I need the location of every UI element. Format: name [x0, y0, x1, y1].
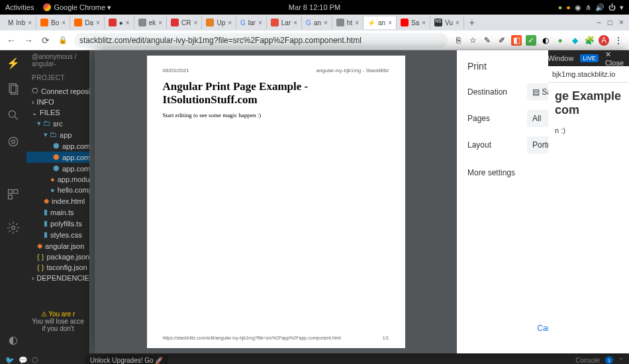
console-toggle[interactable]: Console1⌃: [575, 356, 624, 364]
close-pane[interactable]: ✕ Close: [605, 50, 624, 67]
maximize-icon[interactable]: □: [608, 18, 612, 27]
ext-icon[interactable]: ●: [555, 35, 565, 46]
close-icon[interactable]: ×: [388, 19, 392, 26]
close-icon[interactable]: ×: [456, 19, 460, 26]
file-item[interactable]: { }tsconfig.json: [26, 262, 89, 273]
file-item-selected[interactable]: ⬢app.compo: [26, 152, 89, 163]
theme-icon[interactable]: ◐: [6, 332, 21, 347]
browser-tab[interactable]: ek×: [134, 16, 167, 29]
close-icon[interactable]: ×: [293, 19, 297, 26]
chevron-down-icon[interactable]: ▾: [620, 3, 624, 12]
new-tab-button[interactable]: +: [464, 17, 480, 28]
browser-tab[interactable]: Sa×: [397, 16, 430, 29]
close-icon[interactable]: ×: [228, 19, 232, 26]
live-preview-pane: Window LIVE ✕ Close bjk1mg.stackblitz.io…: [548, 50, 629, 353]
ext-icon[interactable]: ◆: [569, 35, 580, 46]
file-item[interactable]: ●app.modul: [26, 174, 89, 185]
close-icon[interactable]: ×: [194, 19, 198, 26]
close-icon[interactable]: ×: [158, 19, 162, 26]
deps-section[interactable]: ›DEPENDENCIES: [26, 273, 89, 283]
close-icon[interactable]: ×: [28, 19, 32, 26]
browser-tab[interactable]: CR×: [167, 16, 202, 29]
ext-icon[interactable]: ◐: [540, 35, 551, 46]
ext-icon[interactable]: ✎: [482, 35, 493, 46]
info-section[interactable]: ›INFO: [26, 97, 89, 107]
close-icon[interactable]: ×: [619, 18, 624, 27]
close-icon[interactable]: ×: [96, 19, 100, 26]
browser-tab[interactable]: Glar×: [236, 17, 267, 29]
close-icon[interactable]: ×: [324, 19, 328, 26]
connect-repo[interactable]: ⎔Connect reposi: [26, 85, 89, 97]
avatar[interactable]: A: [599, 35, 609, 46]
close-icon[interactable]: ×: [62, 19, 66, 26]
close-icon[interactable]: ×: [422, 19, 426, 26]
lock-icon[interactable]: 🔒: [57, 34, 69, 46]
ports-icon[interactable]: [6, 134, 21, 149]
favicon: [74, 19, 82, 26]
menu-icon[interactable]: ⋮: [613, 35, 624, 46]
browser-tab[interactable]: Bo×: [36, 16, 70, 29]
extensions-icon[interactable]: [6, 187, 21, 202]
tray-icon[interactable]: ◉: [575, 3, 581, 12]
file-item[interactable]: ⬢app.compo: [26, 163, 89, 174]
forward-button[interactable]: →: [23, 34, 34, 46]
preview-body: Start editing to see some magic happen :…: [163, 112, 389, 118]
app-menu[interactable]: Google Chrome ▾: [43, 3, 111, 12]
clock[interactable]: Mar 8 12:10 PM: [289, 3, 340, 11]
file-item[interactable]: { }package.json: [26, 251, 89, 262]
tray-icon[interactable]: ●: [566, 3, 571, 11]
search-icon[interactable]: [6, 108, 21, 122]
file-item[interactable]: ▮styles.css: [26, 229, 89, 240]
svg-line-3: [15, 117, 18, 120]
file-item[interactable]: ▮polyfills.ts: [26, 218, 89, 229]
file-item[interactable]: ●hello.comp: [26, 185, 89, 195]
star-icon[interactable]: ☆: [467, 35, 478, 46]
preview-url-bar[interactable]: bjk1mg.stackblitz.io: [548, 66, 629, 83]
favicon: [336, 19, 344, 26]
folder-app[interactable]: ▾ 🗀app: [26, 129, 89, 140]
favicon: [40, 19, 48, 26]
browser-tab-active[interactable]: ⚡an×: [363, 17, 397, 29]
back-button[interactable]: ←: [5, 34, 17, 46]
unlock-banner[interactable]: Unlock Upgrades! Go 🚀: [85, 355, 168, 365]
settings-icon[interactable]: [6, 220, 21, 235]
reload-button[interactable]: ⟳: [40, 34, 52, 46]
browser-tab[interactable]: MInb×: [4, 17, 36, 29]
install-icon[interactable]: ⎘: [453, 35, 463, 46]
browser-tab[interactable]: NSVu×: [430, 16, 464, 29]
extensions-icon[interactable]: 🧩: [584, 35, 595, 46]
close-icon[interactable]: ×: [126, 19, 130, 26]
browser-tab[interactable]: Gan×: [302, 17, 332, 29]
pages-label: Pages: [467, 114, 527, 123]
browser-tab[interactable]: Lar×: [267, 16, 302, 29]
tray-icon[interactable]: ⋔: [585, 3, 591, 12]
layout-label: Layout: [467, 140, 527, 150]
file-item[interactable]: ◆index.html: [26, 195, 89, 206]
ext-icon[interactable]: ✓: [526, 35, 536, 46]
files-icon[interactable]: [6, 81, 21, 96]
close-icon[interactable]: ×: [355, 19, 359, 26]
browser-tab[interactable]: ●×: [105, 16, 134, 29]
file-item[interactable]: ▮main.ts: [26, 206, 89, 218]
minimize-icon[interactable]: −: [597, 18, 601, 27]
files-section[interactable]: ⌄FILES: [26, 107, 89, 118]
folder-src[interactable]: ▾ 🗀src: [26, 118, 89, 129]
ext-icon[interactable]: ◧: [511, 35, 522, 46]
discord-icon[interactable]: 💬: [19, 356, 28, 365]
address-input[interactable]: [74, 33, 448, 48]
tray-icon[interactable]: ●: [558, 3, 563, 11]
browser-tab[interactable]: Up×: [202, 16, 236, 29]
browser-tab[interactable]: Da×: [70, 16, 105, 29]
bolt-icon[interactable]: ⚡: [7, 57, 20, 69]
breadcrumb: @anonymous / angular-: [26, 50, 89, 70]
github-icon[interactable]: ⎔: [32, 356, 38, 365]
volume-icon[interactable]: 🔊: [595, 3, 605, 12]
twitter-icon[interactable]: 🐦: [5, 356, 15, 365]
file-item[interactable]: ⬢app.compo: [26, 140, 89, 152]
power-icon[interactable]: ⏻: [608, 3, 616, 11]
activities-label[interactable]: Activities: [5, 3, 34, 11]
ext-icon[interactable]: ✐: [497, 35, 507, 46]
browser-tab[interactable]: ht×: [332, 16, 363, 29]
file-item[interactable]: ◆angular.json: [26, 240, 89, 251]
close-icon[interactable]: ×: [258, 19, 262, 26]
